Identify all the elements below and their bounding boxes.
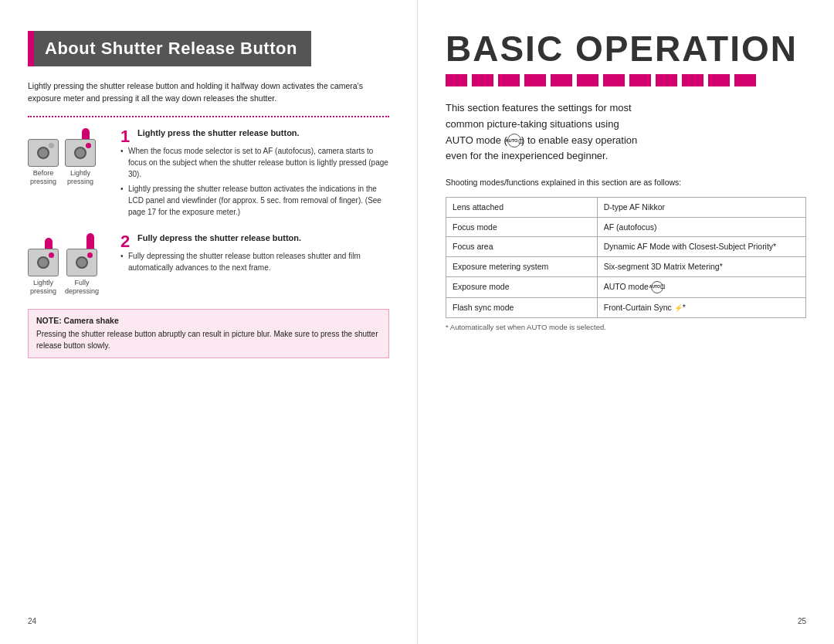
title-banner: About Shutter Release Button	[28, 31, 311, 66]
step2-lightly-camera	[28, 249, 59, 276]
table-cell-label: Exposure metering system	[446, 257, 598, 277]
before-pressing-group: Beforepressing	[28, 139, 59, 187]
step1-img-row: Beforepressing Lightlypressing	[28, 128, 96, 187]
table-cell-label: Exposure mode	[446, 276, 598, 297]
step1-content: 1 Lightly press the shutter release butt…	[120, 128, 389, 221]
step1-bullets: When the focus mode selector is set to A…	[120, 145, 389, 218]
table-body: Lens attached D-type AF Nikkor Focus mod…	[446, 197, 806, 317]
shutter-btn	[49, 143, 54, 148]
step2-bullet-1: Fully depressing the shutter release but…	[120, 250, 389, 273]
auto-mode-circle-icon: AUTO▢	[507, 134, 521, 147]
intro-line3a: AUTO mode (	[446, 134, 507, 146]
table-cell-label: Lens attached	[446, 197, 598, 217]
table-cell-value: D-type AF Nikkor	[597, 197, 805, 217]
page-number-right: 25	[798, 617, 806, 625]
lightly-label: Lightlypressing	[67, 169, 93, 187]
page-title: About Shutter Release Button	[45, 39, 297, 59]
basic-operation-title: BASIC OPERATION	[446, 31, 806, 66]
table-cell-value: Six-segment 3D Matrix Metering*	[597, 257, 805, 277]
table-row: Lens attached D-type AF Nikkor	[446, 197, 806, 217]
camera-lens-3	[37, 256, 49, 269]
before-camera	[28, 139, 59, 167]
shutter-btn-active-2	[49, 253, 54, 258]
intro-line2: common picture-taking situations using	[446, 118, 619, 130]
step1-bullet-1: When the focus mode selector is set to A…	[120, 145, 389, 180]
table-row: Flash sync mode Front-Curtain Sync ⚡*	[446, 297, 806, 317]
lightly-pressing-group: Lightlypressing	[65, 128, 96, 187]
pink-sq-11	[708, 74, 730, 86]
finger-indicator-3	[86, 233, 94, 250]
table-cell-label: Flash sync mode	[446, 297, 598, 317]
pink-sq-3	[498, 74, 520, 86]
camera-lens-2	[74, 147, 86, 159]
table-row: Exposure mode AUTO mode AUTO☐	[446, 276, 806, 297]
table-cell-label: Focus mode	[446, 217, 598, 237]
info-table: Lens attached D-type AF Nikkor Focus mod…	[446, 197, 806, 318]
pink-sq-5	[551, 74, 572, 86]
pink-squares-separator	[446, 74, 806, 86]
fully-camera	[66, 249, 97, 276]
pink-sq-8	[629, 74, 651, 86]
note-text: Pressing the shutter release button abru…	[36, 328, 381, 351]
right-page: BASIC OPERATION This section features th…	[417, 0, 834, 644]
camera-lens-4	[76, 256, 88, 269]
pink-sq-6	[577, 74, 598, 86]
before-label: Beforepressing	[30, 169, 56, 187]
table-cell-label: Focus area	[446, 237, 598, 257]
step2-content: 2 Fully depress the shutter release butt…	[120, 233, 389, 297]
step2-number: 2	[120, 233, 133, 250]
lightly-camera	[65, 139, 96, 167]
auto-mode-icon-table: AUTO☐	[651, 281, 663, 293]
footnote-text: * Automatically set when AUTO mode is se…	[446, 323, 806, 331]
step2-lightly-label: Lightlypressing	[30, 279, 56, 297]
dotted-separator	[28, 116, 389, 117]
shutter-btn-active-3	[87, 253, 93, 258]
note-box: NOTE: Camera shake Pressing the shutter …	[28, 309, 389, 358]
fully-depressing-group: Fullydepressing	[65, 233, 99, 297]
fully-label: Fullydepressing	[65, 279, 99, 297]
flash-icon: ⚡	[674, 303, 683, 314]
step2-img-row: Lightlypressing Fullydepressing	[28, 233, 99, 297]
page-container: About Shutter Release Button Lightly pre…	[0, 0, 834, 644]
table-cell-value: Dynamic AF Mode with Closest-Subject Pri…	[597, 237, 805, 257]
step2-header: 2 Fully depress the shutter release butt…	[120, 233, 389, 250]
step1-header: 1 Lightly press the shutter release butt…	[120, 128, 389, 145]
step2-title: Fully depress the shutter release button…	[137, 233, 301, 242]
left-page: About Shutter Release Button Lightly pre…	[0, 0, 417, 644]
step1-bullet-2: Lightly pressing the shutter release but…	[120, 183, 389, 218]
step1-images: Beforepressing Lightlypressing	[28, 128, 113, 221]
pink-sq-4	[524, 74, 546, 86]
table-cell-value: AF (autofocus)	[597, 217, 805, 237]
intro-line1: This section features the settings for m…	[446, 102, 632, 114]
table-cell-value: Front-Curtain Sync ⚡*	[597, 297, 805, 317]
pink-sq-7	[603, 74, 625, 86]
note-title: NOTE: Camera shake	[36, 316, 381, 325]
shutter-btn-active	[86, 143, 91, 148]
intro-line3b: ) to enable easy operation	[521, 134, 637, 146]
step2-bullets: Fully depressing the shutter release but…	[120, 250, 389, 273]
right-intro-text: This section features the settings for m…	[446, 100, 806, 164]
pink-sq-10	[682, 74, 703, 86]
pink-sq-12	[734, 74, 756, 86]
pink-sq-9	[656, 74, 677, 86]
step2-images: Lightlypressing Fullydepressing	[28, 233, 113, 297]
step2-lightly-group: Lightlypressing	[28, 238, 59, 297]
table-row: Exposure metering system Six-segment 3D …	[446, 257, 806, 277]
intro-text: Lightly pressing the shutter release but…	[28, 80, 389, 105]
step1-title: Lightly press the shutter release button…	[137, 128, 300, 137]
step2-section: Lightlypressing Fullydepressing	[28, 233, 389, 297]
intro-line4: even for the inexperienced beginner.	[446, 150, 608, 161]
step1-number: 1	[120, 128, 133, 145]
camera-lens	[37, 147, 49, 159]
shooting-text: Shooting modes/functions explained in th…	[446, 177, 806, 189]
pink-sq-2	[472, 74, 493, 86]
step1-section: Beforepressing Lightlypressing 1	[28, 128, 389, 221]
table-cell-value: AUTO mode AUTO☐	[597, 276, 805, 297]
page-number-left: 24	[28, 617, 36, 625]
pink-sq-1	[446, 74, 467, 86]
table-row: Focus mode AF (autofocus)	[446, 217, 806, 237]
table-row: Focus area Dynamic AF Mode with Closest-…	[446, 237, 806, 257]
